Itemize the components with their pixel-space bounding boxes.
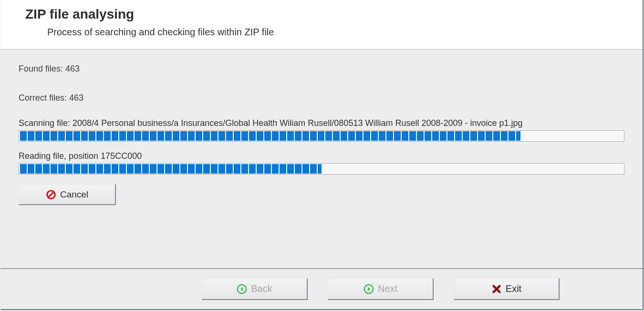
wizard-header: ZIP file analysing Process of searching … — [0, 0, 643, 50]
cancel-button[interactable]: Cancel — [19, 184, 116, 205]
wizard-dialog: ZIP file analysing Process of searching … — [0, 0, 644, 310]
scanning-file-label: Scanning file: 2008/4 Personal business/… — [19, 118, 624, 128]
back-button-label: Back — [251, 283, 272, 294]
wizard-body: Found files: 463 Correct files: 463 Scan… — [0, 50, 643, 268]
exit-button[interactable]: Exit — [454, 278, 560, 300]
svg-line-1 — [49, 192, 53, 197]
arrow-right-icon — [364, 284, 374, 294]
scanning-progress-bar — [19, 130, 624, 142]
found-files-label: Found files: 463 — [19, 64, 624, 74]
cancel-button-label: Cancel — [60, 189, 88, 200]
arrow-left-icon — [237, 284, 247, 294]
wizard-footer: Back Next Exit — [0, 268, 643, 309]
close-icon — [491, 284, 502, 294]
cancel-icon — [46, 189, 56, 200]
scanning-progress-fill — [20, 131, 520, 141]
correct-files-label: Correct files: 463 — [19, 93, 624, 103]
next-button[interactable]: Next — [328, 278, 434, 300]
back-button[interactable]: Back — [202, 278, 308, 300]
page-title: ZIP file analysing — [25, 7, 643, 22]
reading-progress-fill — [20, 164, 322, 174]
page-subtitle: Process of searching and checking files … — [47, 27, 643, 38]
reading-file-label: Reading file, position 175CC000 — [19, 151, 624, 161]
reading-progress-bar — [19, 163, 624, 175]
next-button-label: Next — [378, 283, 397, 294]
exit-button-label: Exit — [506, 283, 521, 294]
